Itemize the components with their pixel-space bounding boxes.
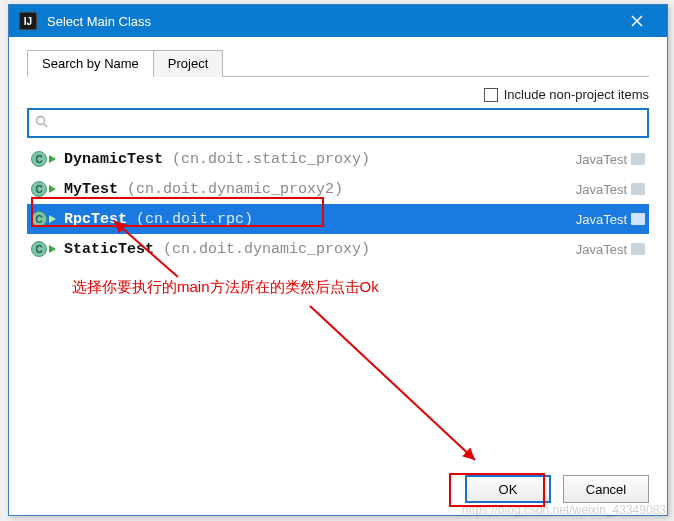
watermark: https://blog.csdn.net/weixin_43349083 [462, 503, 666, 517]
annotation-text: 选择你要执行的main方法所在的类然后点击Ok [72, 278, 379, 297]
run-icon [49, 215, 56, 223]
run-icon [49, 155, 56, 163]
class-icon: C [31, 151, 47, 167]
module-name: JavaTest [576, 242, 627, 257]
options-row: Include non-project items [27, 87, 649, 102]
list-item[interactable]: CRpcTest (cn.doit.rpc)JavaTest [27, 204, 649, 234]
cancel-button[interactable]: Cancel [563, 475, 649, 503]
svg-line-1 [44, 124, 48, 128]
titlebar: IJ Select Main Class [9, 5, 667, 37]
dialog-window: IJ Select Main Class Search by Name Proj… [8, 4, 668, 516]
run-icon [49, 245, 56, 253]
folder-icon [631, 153, 645, 165]
search-input[interactable] [54, 115, 641, 131]
folder-icon [631, 183, 645, 195]
include-nonproject-checkbox[interactable]: Include non-project items [484, 87, 649, 102]
search-icon [35, 115, 48, 131]
class-package: (cn.doit.dynamic_proxy2) [127, 181, 343, 198]
class-name: DynamicTest [64, 151, 163, 168]
class-name: MyTest [64, 181, 118, 198]
button-bar: OK Cancel [27, 465, 649, 503]
tab-project[interactable]: Project [153, 50, 223, 77]
module-name: JavaTest [576, 212, 627, 227]
class-icon: C [31, 241, 47, 257]
result-list[interactable]: CDynamicTest (cn.doit.static_proxy)JavaT… [27, 144, 649, 465]
list-item[interactable]: CMyTest (cn.doit.dynamic_proxy2)JavaTest [27, 174, 649, 204]
dialog-content: Search by Name Project Include non-proje… [9, 37, 667, 515]
class-package: (cn.doit.static_proxy) [172, 151, 370, 168]
class-package: (cn.doit.rpc) [136, 211, 253, 228]
close-button[interactable] [617, 5, 657, 37]
ok-button[interactable]: OK [465, 475, 551, 503]
app-icon: IJ [19, 12, 37, 30]
module-name: JavaTest [576, 182, 627, 197]
folder-icon [631, 213, 645, 225]
window-title: Select Main Class [47, 14, 617, 29]
class-name: RpcTest [64, 211, 127, 228]
run-icon [49, 185, 56, 193]
module-name: JavaTest [576, 152, 627, 167]
checkbox-box[interactable] [484, 88, 498, 102]
tab-bar: Search by Name Project [27, 49, 649, 77]
tab-search-by-name[interactable]: Search by Name [27, 50, 154, 77]
class-icon: C [31, 181, 47, 197]
class-name: StaticTest [64, 241, 154, 258]
svg-point-0 [37, 117, 45, 125]
folder-icon [631, 243, 645, 255]
class-icon: C [31, 211, 47, 227]
class-package: (cn.doit.dynamic_proxy) [163, 241, 370, 258]
list-item[interactable]: CDynamicTest (cn.doit.static_proxy)JavaT… [27, 144, 649, 174]
search-field-wrap[interactable] [27, 108, 649, 138]
list-item[interactable]: CStaticTest (cn.doit.dynamic_proxy)JavaT… [27, 234, 649, 264]
include-nonproject-label: Include non-project items [504, 87, 649, 102]
